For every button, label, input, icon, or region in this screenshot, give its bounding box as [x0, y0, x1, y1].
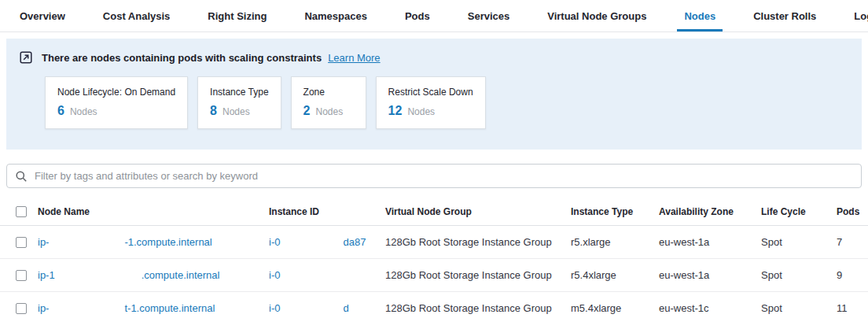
- tab-pods[interactable]: Pods: [386, 0, 449, 31]
- card-unit: Nodes: [223, 106, 250, 117]
- instance-id-link[interactable]: i-0d: [269, 302, 349, 314]
- learn-more-link[interactable]: Learn More: [328, 52, 380, 64]
- column-header-instance-type[interactable]: Instance Type: [563, 199, 651, 226]
- redacted-text: [280, 277, 343, 279]
- instance-id-link[interactable]: i-0da87: [269, 236, 366, 248]
- card-title: Instance Type: [210, 87, 269, 98]
- select-all-checkbox[interactable]: [16, 206, 27, 217]
- constraint-card-instance-type[interactable]: Instance Type 8 Nodes: [197, 76, 281, 129]
- constraint-card-zone[interactable]: Zone 2 Nodes: [291, 76, 366, 129]
- tab-bar: Overview Cost Analysis Right Sizing Name…: [0, 0, 868, 32]
- availability-zone-cell: eu-west-1c: [651, 292, 753, 318]
- row-checkbox[interactable]: [16, 303, 27, 314]
- instance-id-link[interactable]: i-0: [269, 269, 343, 281]
- life-cycle-cell: Spot: [753, 226, 829, 259]
- column-header-virtual-node-group[interactable]: Virtual Node Group: [377, 199, 563, 226]
- vng-cell: 128Gb Root Storage Instance Group: [377, 292, 563, 318]
- tab-cost-analysis[interactable]: Cost Analysis: [84, 0, 189, 31]
- table-row: ip-t-1.compute.internal i-0d 128Gb Root …: [0, 292, 868, 318]
- tab-virtual-node-groups[interactable]: Virtual Node Groups: [528, 0, 665, 31]
- table-row: ip--1.compute.internal i-0da87 128Gb Roo…: [0, 226, 868, 259]
- card-title: Zone: [303, 87, 354, 98]
- pods-cell: 7: [829, 226, 868, 259]
- tab-services[interactable]: Services: [449, 0, 529, 31]
- tab-overview[interactable]: Overview: [1, 0, 84, 31]
- availability-zone-cell: eu-west-1a: [651, 259, 753, 292]
- node-name-link[interactable]: ip-1.compute.internal: [38, 269, 219, 281]
- card-unit: Nodes: [315, 106, 343, 117]
- card-count: 12: [388, 104, 403, 118]
- tab-namespaces[interactable]: Namespaces: [285, 0, 386, 31]
- row-checkbox[interactable]: [16, 270, 27, 281]
- redacted-text: [280, 310, 343, 312]
- filter-search: [6, 164, 862, 188]
- card-count: 8: [210, 104, 217, 118]
- banner-message: There are nodes containing pods with sca…: [42, 52, 322, 64]
- column-header-pods[interactable]: Pods: [829, 199, 868, 226]
- table-header-row: Node Name Instance ID Virtual Node Group…: [0, 199, 868, 226]
- instance-type-cell: m5.4xlarge: [563, 292, 651, 318]
- redacted-text: [55, 277, 142, 279]
- instance-type-cell: r5.xlarge: [563, 226, 651, 259]
- node-name-link[interactable]: ip--1.compute.internal: [38, 236, 212, 248]
- redacted-text: [49, 244, 124, 246]
- node-name-link[interactable]: ip-t-1.compute.internal: [38, 302, 215, 314]
- life-cycle-cell: Spot: [753, 292, 829, 318]
- banner-message-row: There are nodes containing pods with sca…: [19, 50, 849, 65]
- nodes-table: Node Name Instance ID Virtual Node Group…: [0, 199, 868, 318]
- card-title: Restrict Scale Down: [388, 87, 473, 98]
- pods-cell: 11: [829, 292, 868, 318]
- constraint-card-restrict-scale-down[interactable]: Restrict Scale Down 12 Nodes: [376, 76, 486, 129]
- redacted-text: [280, 244, 343, 246]
- card-unit: Nodes: [70, 106, 97, 117]
- table-row: ip-1.compute.internal i-0 128Gb Root Sto…: [0, 259, 868, 292]
- search-input[interactable]: [35, 170, 853, 182]
- tab-log[interactable]: Log: [835, 0, 868, 31]
- life-cycle-cell: Spot: [753, 259, 829, 292]
- tab-right-sizing[interactable]: Right Sizing: [189, 0, 285, 31]
- vng-cell: 128Gb Root Storage Instance Group: [377, 226, 563, 259]
- column-header-instance-id[interactable]: Instance ID: [261, 199, 377, 226]
- card-count: 2: [303, 104, 311, 118]
- tab-cluster-rolls[interactable]: Cluster Rolls: [734, 0, 835, 31]
- tab-nodes[interactable]: Nodes: [665, 0, 734, 31]
- availability-zone-cell: eu-west-1a: [651, 226, 753, 259]
- constraint-card-node-lifecycle[interactable]: Node Lifecycle: On Demand 6 Nodes: [45, 76, 188, 129]
- column-header-availability-zone[interactable]: Availability Zone: [651, 199, 753, 226]
- instance-type-cell: r5.4xlarge: [563, 259, 651, 292]
- card-title: Node Lifecycle: On Demand: [57, 87, 175, 98]
- row-checkbox[interactable]: [16, 237, 27, 248]
- card-unit: Nodes: [407, 106, 435, 117]
- scaling-constraints-banner: There are nodes containing pods with sca…: [6, 39, 862, 150]
- vng-cell: 128Gb Root Storage Instance Group: [377, 259, 563, 292]
- redacted-text: [49, 310, 124, 312]
- column-header-node-name[interactable]: Node Name: [30, 199, 261, 226]
- card-count: 6: [57, 104, 64, 118]
- scaling-constraints-icon: [19, 50, 33, 65]
- column-header-life-cycle[interactable]: Life Cycle: [753, 199, 829, 226]
- search-icon: [15, 170, 28, 183]
- constraint-cards: Node Lifecycle: On Demand 6 Nodes Instan…: [45, 76, 849, 129]
- pods-cell: 9: [829, 259, 868, 292]
